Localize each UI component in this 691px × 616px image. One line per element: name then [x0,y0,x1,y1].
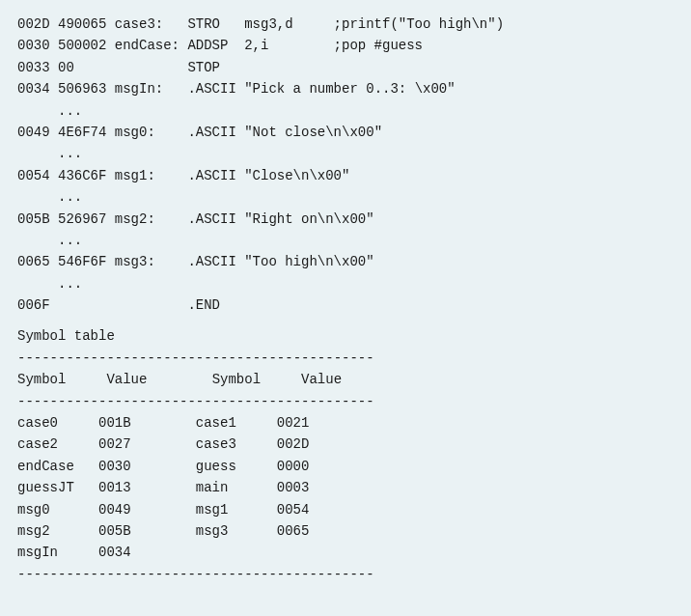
symbol-cell: guessJT [17,477,98,498]
col-addr: 0065 [17,251,58,272]
symbol-cell: 0013 [98,477,196,498]
col-addr: 0054 [17,165,58,186]
symbol-table-row: msgIn0034 [17,542,674,563]
symbol-cell: 0027 [98,434,196,455]
listing-row: 005B526967msg2:.ASCII"Right on\n\x00" [17,209,674,230]
symbol-cell: guess [196,456,277,477]
symbol-cell: main [196,477,277,498]
col-label: msg0: [115,122,188,143]
col-addr: 002D [17,14,58,35]
col-header: Value [301,369,342,390]
symbol-cell: 0021 [277,412,310,434]
symbol-cell: msg1 [196,499,277,520]
symbol-cell: case1 [196,412,277,434]
listing-row: ... [17,273,674,294]
listing-row: ... [17,100,674,122]
symbol-cell: 001B [98,412,196,434]
col-oper: "Not close\n\x00" [244,125,382,140]
col-header: Symbol [212,369,293,390]
col-obj: 546F6F [58,251,115,272]
listing-row: ... [17,230,674,251]
col-mnem: .END [187,294,244,316]
col-obj: 00 [58,57,115,78]
symbol-table-body: case0001Bcase10021case20027case3002DendC… [17,412,674,564]
symbol-table-title: Symbol table [17,325,674,347]
col-mnem: .ASCII [187,122,244,143]
col-label: msg3: [115,251,188,272]
col-oper: "Pick a number 0..3: \x00" [244,81,455,97]
col-obj: ... [58,143,115,164]
symbol-table-row: msg00049msg10054 [17,499,674,520]
listing-row: 002D490065case3:STROmsg3,d;printf("Too h… [17,14,674,35]
symbol-table-row: msg2005Bmsg30065 [17,520,674,542]
col-obj: ... [58,230,115,251]
col-label: msg2: [115,209,188,230]
symbol-cell: msg0 [17,499,98,520]
col-obj: 4E6F74 [58,122,115,143]
col-addr: 005B [17,209,58,230]
col-oper: "Too high\n\x00" [244,254,373,269]
col-addr: 006F [17,294,58,316]
col-cmt: ;pop #guess [334,35,423,56]
col-mnem: STOP [187,57,244,78]
symbol-table-row: case0001Bcase10021 [17,412,674,434]
col-oper: msg3,d [244,14,333,35]
listing-row: 006F.END [17,294,674,316]
col-mnem: .ASCII [187,165,244,186]
divider: ----------------------------------------… [17,564,674,585]
col-label: case3: [115,14,188,35]
col-oper: 2,i [244,35,333,56]
col-addr: 0034 [17,78,58,99]
col-mnem: STRO [187,14,244,35]
col-addr: 0049 [17,122,58,143]
col-cmt: ;printf("Too high\n") [334,14,504,35]
symbol-cell: 0054 [277,499,310,520]
listing-row: ... [17,143,674,164]
col-mnem: .ASCII [187,251,244,272]
col-header: Value [106,369,204,390]
symbol-cell: 0049 [98,499,196,520]
col-addr: 0033 [17,57,58,78]
listing-row: 0065546F6Fmsg3:.ASCII"Too high\n\x00" [17,251,674,272]
col-obj: 436C6F [58,165,115,186]
symbol-cell: 0034 [98,542,196,563]
listing-row: 0034506963msgIn:.ASCII"Pick a number 0..… [17,78,674,99]
symbol-cell: case0 [17,412,98,434]
col-mnem: .ASCII [187,209,244,230]
listing-row: ... [17,186,674,208]
col-obj: 526967 [58,209,115,230]
listing-row: 0030500002endCase:ADDSP2,i;pop #guess [17,35,674,56]
col-obj: ... [58,273,115,294]
col-label: msg1: [115,165,188,186]
col-obj: 506963 [58,78,115,99]
symbol-table-row: guessJT0013main0003 [17,477,674,498]
col-label: msgIn: [115,78,188,99]
symbol-cell: 0003 [277,477,310,498]
listing-row: 0054436C6Fmsg1:.ASCII"Close\n\x00" [17,165,674,186]
symbol-cell: 0030 [98,456,196,477]
col-obj: ... [58,186,115,208]
col-oper: "Right on\n\x00" [244,211,373,227]
col-mnem: ADDSP [187,35,244,56]
divider: ----------------------------------------… [17,391,674,412]
assembly-listing: 002D490065case3:STROmsg3,d;printf("Too h… [17,14,674,316]
listing-row: 00494E6F74msg0:.ASCII"Not close\n\x00" [17,122,674,143]
col-label: endCase: [115,35,188,56]
col-header: Symbol [17,369,98,390]
col-oper: "Close\n\x00" [244,168,349,183]
col-addr: 0030 [17,35,58,56]
symbol-table-row: endCase0030guess0000 [17,456,674,477]
symbol-cell: endCase [17,456,98,477]
symbol-cell: msgIn [17,542,98,563]
col-obj: ... [58,100,115,122]
listing-row: 003300STOP [17,57,674,78]
symbol-cell: 0000 [277,456,310,477]
symbol-cell: 002D [277,434,310,455]
symbol-cell: 005B [98,520,196,542]
divider: ----------------------------------------… [17,348,674,369]
symbol-table-row: case20027case3002D [17,434,674,455]
symbol-cell: case2 [17,434,98,455]
symbol-table-header: Symbol Value Symbol Value [17,369,674,390]
symbol-cell: msg3 [196,520,277,542]
col-mnem: .ASCII [187,78,244,99]
